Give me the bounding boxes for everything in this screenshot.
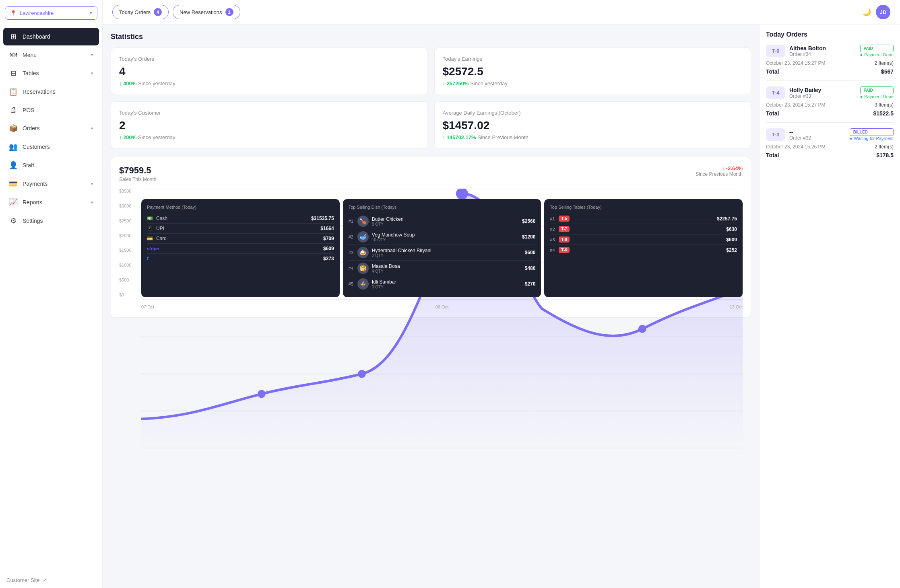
sidebar-item-menu[interactable]: 🍽 Menu ▾ <box>3 46 99 64</box>
sidebar-item-label: Orders <box>23 125 86 132</box>
new-reservations-badge: 1 <box>225 8 233 16</box>
dish-row: #2 🥣 Veg Manchow Soup 10 QTY $1200 <box>349 229 536 245</box>
chevron-down-icon: ▾ <box>91 200 93 205</box>
sidebar-item-reports[interactable]: 📈 Reports ▾ <box>3 193 99 211</box>
content-main: Statistics Today's Orders 4 ↑ 400% Since… <box>103 25 759 588</box>
stat-value: $1457.02 <box>443 119 743 132</box>
upi-value: $1664 <box>320 226 334 231</box>
order-items: 2 Item(s) <box>875 60 894 66</box>
location-selector[interactable]: 📍 Lawrenceshire ▾ <box>5 6 97 20</box>
y-label: $0 <box>119 292 132 297</box>
payment-status: ● Payment Done <box>860 52 894 57</box>
chevron-down-icon: ▾ <box>91 71 93 76</box>
chart-header: $7959.5 Sales This Month ↓ -2.64% Since … <box>119 165 743 182</box>
stat-change: ↑ 200% Since yesterday <box>119 134 419 140</box>
chevron-down-icon: ▾ <box>91 52 93 58</box>
sidebar-item-payments[interactable]: 💳 Payments ▾ <box>3 175 99 193</box>
chart-change-sub: Since Previous Month <box>696 171 743 177</box>
x-label: 08 Oct <box>436 304 448 309</box>
statistics-title: Statistics <box>111 33 751 41</box>
chart-value: $7959.5 <box>119 165 157 176</box>
sidebar-item-reservations[interactable]: 📋 Reservations <box>3 83 99 101</box>
chart-title-area: $7959.5 Sales This Month <box>119 165 157 182</box>
table-badge: T-7 <box>559 226 569 232</box>
customer-site-link[interactable]: Customer Site ↗ <box>6 577 96 583</box>
sidebar-item-settings[interactable]: ⚙ Settings <box>3 212 99 230</box>
stripe-icon: stripe <box>147 246 159 251</box>
total-label: Total <box>766 152 779 158</box>
top-dishes-card: Top Selling Dish (Today) #1 🍗 Butter Chi… <box>343 199 541 297</box>
other-value: $273 <box>323 256 334 261</box>
cash-label: Cash <box>156 216 167 221</box>
topbar-right: 🌙 JD <box>862 5 890 19</box>
table-badge: T-5 <box>559 216 569 222</box>
sidebar-item-label: Customers <box>23 144 93 150</box>
sidebar-item-staff[interactable]: 👤 Staff <box>3 156 99 174</box>
sidebar-item-label: Menu <box>23 52 86 58</box>
sidebar-item-pos[interactable]: 🖨 POS <box>3 101 99 119</box>
order-header-3: T-3 -- Order #32 BILLED ● Waiting for Pa… <box>766 128 894 141</box>
sidebar-item-label: Reservations <box>23 88 93 95</box>
order-header-2: T-4 Holly Bailey Order #33 PAID ● Paymen… <box>766 86 894 99</box>
sidebar-item-dashboard[interactable]: ⊞ Dashboard <box>3 28 99 45</box>
sidebar-item-label: Settings <box>23 218 93 224</box>
y-label: $2000 <box>119 233 132 238</box>
stat-value: 2 <box>119 119 419 132</box>
user-avatar[interactable]: JD <box>876 5 890 19</box>
sidebar-item-label: Tables <box>23 70 86 76</box>
staff-icon: 👤 <box>9 161 18 170</box>
x-label: 13 Oct <box>730 304 743 309</box>
customers-icon: 👥 <box>9 142 18 151</box>
cash-value: $31535.75 <box>311 216 334 221</box>
tables-icon: ⊟ <box>9 69 18 78</box>
change-pct: ↑ 145702.17% <box>443 134 476 140</box>
y-label: $3500 <box>119 189 132 193</box>
top-tables-card: Top Selling Tables (Today) #1 T-5 $2257.… <box>544 199 743 297</box>
y-label: $1500 <box>119 248 132 253</box>
chart-y-labels: $3500 $3000 $2500 $2000 $1500 $1000 $500… <box>119 189 132 297</box>
sidebar-item-label: Dashboard <box>23 33 93 40</box>
dish-img: 🍛 <box>357 247 369 258</box>
today-orders-pill[interactable]: Today Orders 4 <box>112 5 169 19</box>
sidebar-item-label: Payments <box>23 181 86 187</box>
order-meta: October 23, 2024 15:26 PM 2 Item(s) <box>766 144 894 150</box>
order-status-badge: PAID <box>860 45 894 52</box>
order-num: Order #33 <box>789 93 856 99</box>
orders-icon: 📦 <box>9 124 18 133</box>
stat-label: Average Daily Earnings (October) <box>443 110 743 116</box>
svg-point-9 <box>358 370 366 378</box>
order-info: -- Order #32 <box>789 129 846 141</box>
dish-info: Veg Manchow Soup 10 QTY <box>372 232 415 242</box>
dish-row: #5 🍲 Idli Sambar 3 QTY $270 <box>349 276 536 292</box>
sidebar-item-orders[interactable]: 📦 Orders ▾ <box>3 119 99 137</box>
dashboard-icon: ⊞ <box>9 32 18 41</box>
sidebar-item-tables[interactable]: ⊟ Tables ▾ <box>3 64 99 82</box>
chart-change-area: ↓ -2.64% Since Previous Month <box>696 165 743 177</box>
chart-subtitle: Sales This Month <box>119 177 157 182</box>
dish-row: #1 🍗 Butter Chicken 8 QTY $2560 <box>349 214 536 229</box>
stat-label: Today's Earnings <box>443 56 743 62</box>
payment-row-other: f $273 <box>147 254 334 263</box>
upi-label: UPI <box>156 226 164 231</box>
location-text: Lawrenceshire <box>20 10 87 16</box>
dish-info: Idli Sambar 3 QTY <box>372 279 396 289</box>
external-link-icon: ↗ <box>43 577 47 583</box>
stat-change: ↑ 400% Since yesterday <box>119 80 419 86</box>
payment-status: ● Payment Done <box>860 94 894 99</box>
stat-value: 4 <box>119 65 419 78</box>
topbar-pills: Today Orders 4 New Reservations 1 <box>112 5 857 19</box>
order-info: Holly Bailey Order #33 <box>789 87 856 99</box>
menu-icon: 🍽 <box>9 51 18 59</box>
chevron-down-icon: ▾ <box>91 181 93 187</box>
new-reservations-pill[interactable]: New Reservations 1 <box>173 5 240 19</box>
reports-icon: 📈 <box>9 198 18 207</box>
sidebar-item-label: POS <box>23 107 93 113</box>
sidebar-item-customers[interactable]: 👥 Customers <box>3 138 99 156</box>
order-name: -- <box>789 129 846 135</box>
chart-x-labels: 07 Oct 08 Oct 13 Oct <box>141 304 743 309</box>
pos-icon: 🖨 <box>9 106 18 114</box>
dark-mode-icon[interactable]: 🌙 <box>862 8 871 16</box>
dish-img: 🍲 <box>357 278 369 290</box>
order-num: Order #34 <box>789 51 856 57</box>
change-pct: ↑ 200% <box>119 134 136 140</box>
